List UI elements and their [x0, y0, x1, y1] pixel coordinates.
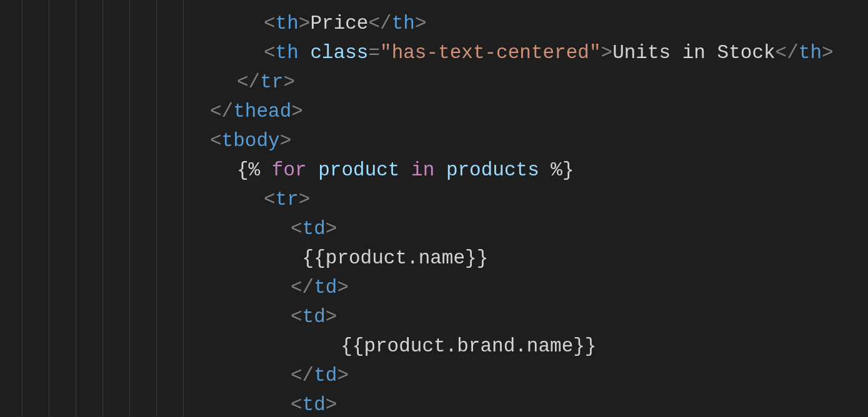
token-punct: < — [291, 306, 302, 328]
code-line[interactable]: <td> — [22, 302, 834, 331]
code-line[interactable]: </thead> — [22, 97, 834, 126]
token-punct: > — [291, 101, 303, 122]
token-punct: > — [283, 71, 295, 93]
code-line[interactable]: <th>Brand</th> — [22, 0, 834, 9]
token-punct: = — [368, 42, 380, 64]
code-editor-view[interactable]: <th>Brand</th><th>Price</th><th class="h… — [0, 0, 868, 417]
token-punct: > — [415, 12, 427, 34]
token-tmpl — [434, 159, 446, 181]
token-tag: th — [276, 12, 299, 34]
code-line[interactable]: <td> — [22, 214, 834, 243]
token-punct: < — [264, 12, 276, 34]
code-line[interactable]: </tr> — [22, 67, 834, 97]
token-punct: > — [299, 0, 311, 5]
token-text: {{product.name}} — [291, 247, 488, 269]
token-punct: > — [415, 0, 427, 5]
token-attr: class — [310, 42, 368, 64]
token-tag: th — [276, 0, 299, 5]
token-tag: td — [314, 277, 337, 298]
token-punct: </ — [210, 101, 233, 122]
token-punct: < — [291, 218, 302, 240]
token-tag: tr — [260, 71, 283, 93]
token-tmpl: %} — [539, 159, 574, 181]
token-punct: </ — [368, 12, 391, 34]
token-text — [299, 42, 311, 64]
code-line[interactable]: {{product.name}} — [22, 243, 834, 273]
token-punct: > — [299, 189, 311, 210]
token-punct: </ — [291, 277, 314, 298]
token-tag: th — [392, 0, 415, 5]
token-tag: tbody — [222, 130, 280, 152]
token-punct: > — [299, 12, 311, 34]
code-line[interactable]: {{product.brand.name}} — [22, 331, 834, 361]
token-punct: </ — [368, 0, 391, 5]
token-tag: td — [302, 218, 326, 240]
token-punct: < — [210, 130, 222, 152]
token-punct: > — [280, 130, 292, 152]
token-punct: < — [291, 394, 302, 416]
token-text: Brand — [310, 0, 368, 5]
token-text: Price — [310, 12, 368, 34]
code-line[interactable]: <th class="has-text-centered">Units in S… — [22, 38, 834, 67]
token-tag: th — [392, 12, 415, 34]
token-text: {{product.brand.name}} — [317, 335, 596, 357]
code-line[interactable]: </td> — [22, 273, 834, 302]
token-tag: tr — [276, 189, 299, 210]
token-punct: > — [326, 306, 337, 328]
token-punct: > — [337, 277, 349, 298]
code-line[interactable]: <tbody> — [22, 126, 834, 155]
token-punct: > — [601, 42, 613, 64]
token-punct: > — [326, 394, 337, 416]
token-tag: thead — [233, 101, 291, 122]
token-kw: in — [411, 159, 434, 181]
token-punct: </ — [237, 71, 260, 93]
token-punct: < — [264, 189, 276, 210]
token-tag: th — [799, 42, 822, 64]
code-line[interactable]: {% for product in products %} — [22, 155, 834, 185]
code-line[interactable]: <th>Price</th> — [22, 9, 834, 38]
token-punct: </ — [776, 42, 799, 64]
token-tmpl — [399, 159, 411, 181]
token-punct: </ — [291, 365, 314, 386]
token-punct: > — [337, 365, 349, 386]
token-punct: > — [326, 218, 337, 240]
token-var: product — [318, 159, 399, 181]
token-tag: td — [302, 394, 326, 416]
code-line[interactable]: <td> — [22, 390, 834, 417]
token-text: Units in Stock — [612, 42, 775, 64]
token-kw: for — [272, 159, 307, 181]
token-var: products — [446, 159, 539, 181]
token-punct: < — [264, 42, 276, 64]
code-line[interactable]: <tr> — [22, 185, 834, 214]
token-tag: td — [302, 306, 326, 328]
token-tag: th — [276, 42, 299, 64]
code-line[interactable]: </td> — [22, 361, 834, 390]
code-block[interactable]: <th>Brand</th><th>Price</th><th class="h… — [22, 0, 834, 417]
token-tag: td — [314, 365, 337, 386]
token-tmpl — [307, 159, 319, 181]
token-punct: < — [264, 0, 276, 5]
token-tmpl: {% — [237, 159, 272, 181]
token-str: "has-text-centered" — [380, 42, 601, 64]
token-punct: > — [822, 42, 834, 64]
